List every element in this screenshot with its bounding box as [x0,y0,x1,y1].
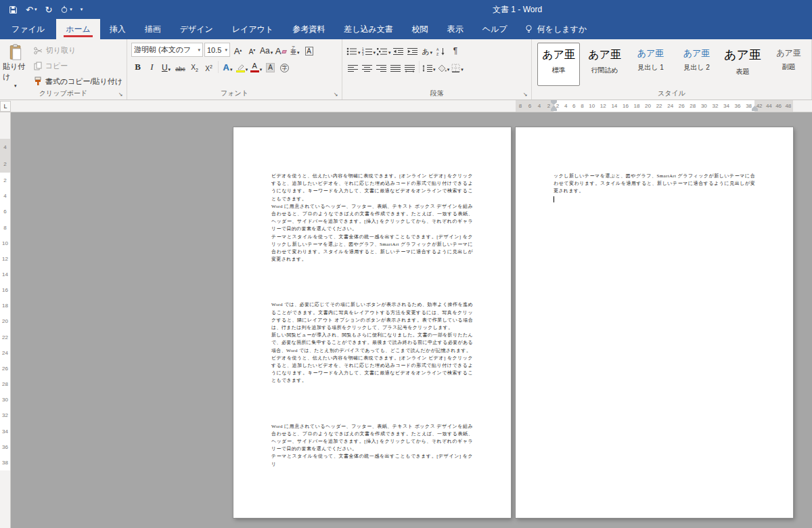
font-size-combo[interactable]: 10.5 ▾ [204,43,230,57]
chevron-down-icon: ▾ [433,67,436,72]
tab-help[interactable]: ヘルプ [473,19,517,39]
ruby-button[interactable]: ア亜 ▾ [288,43,301,57]
style-subtitle[interactable]: あア亜 副題 [767,43,810,86]
ruler-number: 38 [746,103,752,109]
cut-button[interactable]: 切り取り [31,43,125,58]
tab-file[interactable]: ファイル [0,19,56,39]
paragraph: ックし新しいテーマを選ぶと、図やグラフ、SmartArt グラフィックが新しいテ… [554,173,755,196]
align-center-button[interactable] [361,60,374,74]
paragraph-dialog-launcher[interactable]: ↘ [521,90,529,98]
highlight-color-button[interactable]: ▾ [235,60,248,74]
sort-button[interactable]: AZ [435,43,448,57]
tab-draw[interactable]: 描画 [135,19,171,39]
save-button[interactable] [5,0,21,19]
page-2-text: ックし新しいテーマを選ぶと、図やグラフ、SmartArt グラフィックが新しいテ… [554,173,755,485]
style-no-spacing[interactable]: あア亜 行間詰め [583,43,626,86]
line-spacing-button[interactable]: ▾ [422,60,436,74]
chevron-down-icon: ▾ [198,47,200,53]
shading-button[interactable]: ▾ [437,60,450,74]
undo-button[interactable]: ↶ ▾ [22,0,40,19]
decrease-indent-button[interactable] [392,43,405,57]
grow-font-button[interactable]: A▴ [231,43,244,57]
show-formatting-marks-button[interactable]: ¶ [449,43,462,57]
style-title[interactable]: あア亜 表題 [721,43,764,86]
tab-home[interactable]: ホーム [56,19,100,39]
tell-me-label: 何をしますか [537,24,587,35]
asian-layout-button[interactable]: あ▾ [421,43,434,57]
tab-mailings[interactable]: 差し込み文書 [334,19,403,39]
distribute-icon [405,64,415,72]
font-size-value: 10.5 [207,46,221,54]
font-group-label: フォント [127,89,342,98]
left-indent-marker[interactable] [551,109,557,111]
customize-qat-button[interactable]: ▾ [77,0,87,19]
tab-layout[interactable]: レイアウト [223,19,283,39]
style-heading-1[interactable]: あア亜 見出し 1 [629,43,672,86]
ruler-number: 14 [611,103,617,109]
ruler-number: 16 [623,103,629,109]
character-shading-button[interactable]: A [264,60,277,74]
style-heading-2[interactable]: あア亜 見出し 2 [675,43,718,86]
style-gallery: あア亜 標準 あア亜 行間詰め あア亜 見出し 1 あア亜 見出し 2 あア亜 [537,41,810,86]
subscript-button[interactable]: X2 [188,60,201,74]
format-painter-button[interactable]: 書式のコピー/貼り付け [31,74,125,89]
tab-design[interactable]: デザイン [171,19,223,39]
superscript-button[interactable]: X2 [202,60,215,74]
indent-icon [407,47,418,56]
tab-selector[interactable]: L [0,101,11,112]
paragraph: 新しい閲覧ビューが導入され、閲覧もさらに便利になりました。文書の一部を折りたたん… [271,332,473,355]
redo-button[interactable]: ↻ [41,0,55,19]
font-dialog-launcher[interactable]: ↘ [332,90,340,98]
chevron-down-icon: ▾ [260,67,263,72]
style-normal[interactable]: あア亜 標準 [537,43,580,86]
copy-button[interactable]: コピー [31,59,125,74]
ruler-number: 8 [3,225,6,231]
chevron-down-icon: ▾ [81,7,83,12]
align-right-button[interactable] [375,60,388,74]
cut-label: 切り取り [46,45,76,56]
ruler-number: 28 [2,381,8,387]
tell-me-box[interactable]: 何をしますか [517,19,595,39]
font-name-combo[interactable]: 游明朝 (本文のフ ▾ [131,43,203,57]
bold-button[interactable]: B [131,60,144,74]
numbering-button[interactable]: 123 ▾ [362,43,376,57]
ruler-text-area: 2468101214161820222426283032343638 [554,100,754,112]
tab-insert[interactable]: 挿入 [100,19,135,39]
shrink-font-button[interactable]: A▾ [246,43,258,57]
clear-formatting-button[interactable]: A [274,43,287,57]
ruler-number: 20 [2,318,8,324]
document-canvas: 42 2468101214161820222426283032343638 ビデ… [0,112,812,528]
outdent-icon [393,47,404,56]
align-left-button[interactable] [346,60,359,74]
enclose-characters-button[interactable]: A [302,43,315,57]
tab-review[interactable]: 校閲 [403,19,438,39]
multilevel-list-button[interactable]: ▾ [377,43,391,57]
horizontal-ruler[interactable]: 8642 2468101214161820222426283032343638 … [516,100,793,112]
tab-view[interactable]: 表示 [438,19,473,39]
distribute-button[interactable] [403,60,416,74]
enclose-character-button[interactable]: 字 [278,60,291,74]
copy-label: コピー [45,61,68,71]
change-case-button[interactable]: Aa▾ [260,43,273,57]
font-color-button[interactable]: A ▾ [250,60,263,74]
justify-button[interactable] [389,60,402,74]
ruler-number: 6 [3,208,6,215]
borders-button[interactable]: ▾ [451,60,464,74]
page-2[interactable]: ックし新しいテーマを選ぶと、図やグラフ、SmartArt グラフィックが新しいテ… [516,127,793,518]
strikethrough-button[interactable]: abc [174,60,187,74]
text-effects-button[interactable]: A▾ [221,60,234,74]
touch-mouse-mode-button[interactable]: ▾ [57,0,76,19]
bullets-button[interactable]: ▾ [346,43,361,57]
increase-indent-button[interactable] [407,43,420,57]
paragraph: ビデオを使うと、伝えたい内容を明確に表現できます。[オンライン ビデオ] をクリ… [271,355,473,385]
paragraph: テーマとスタイルを使って、文書全体の統一感を出すこともできます。[デザイン] を… [271,234,473,264]
paste-button[interactable]: 貼り付け ▾ [3,41,28,89]
page-1[interactable]: ビデオを使うと、伝えたい内容を明確に表現できます。[オンライン ビデオ] をクリ… [233,127,511,518]
vertical-ruler[interactable]: 42 2468101214161820222426283032343638 [0,112,11,528]
tab-references[interactable]: 参考資料 [283,19,334,39]
window-title: 文書 1 - Word [493,0,542,19]
ruler-number: 2 [3,161,6,167]
underline-button[interactable]: U▾ [160,60,173,74]
clipboard-dialog-launcher[interactable]: ↘ [116,90,125,98]
italic-button[interactable]: I [145,60,158,74]
